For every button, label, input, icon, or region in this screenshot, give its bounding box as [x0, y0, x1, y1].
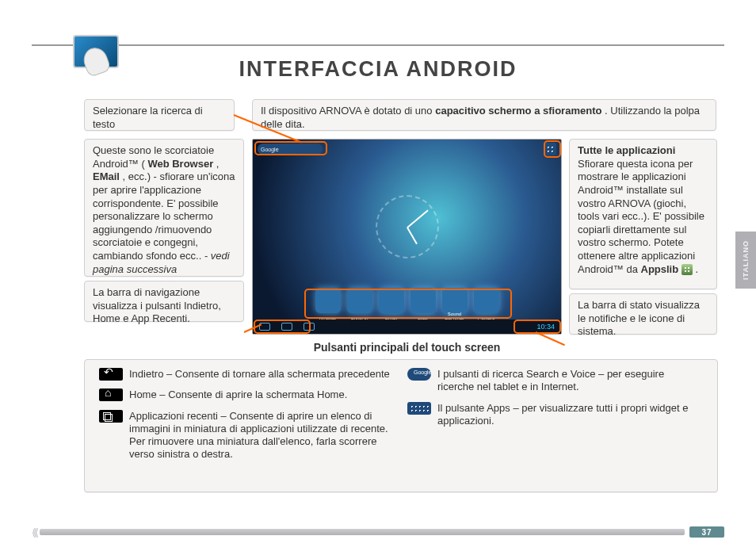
footer-bar: [40, 529, 685, 535]
text: La barra di stato visualizza le notifich…: [578, 299, 700, 337]
highlight-dock: [304, 289, 512, 319]
row-back: Indietro – Consente di tornare alla sche…: [99, 368, 395, 381]
language-tab-label: ITALIANO: [742, 240, 750, 280]
highlight-all-apps: [544, 140, 561, 158]
page-footer: ⟨⟨⟨ 37: [32, 526, 724, 538]
text-bold: capacitivo schermo a sfioramento: [435, 105, 601, 117]
recent-apps-button-icon: [99, 410, 123, 423]
highlight-google: [254, 141, 327, 155]
callout-text: Selezionare la ricerca di testo: [93, 105, 203, 130]
text-bold: EMail: [93, 170, 120, 182]
apps-button-icon: [407, 402, 431, 415]
title: Tutte le applicazioni: [578, 144, 675, 156]
text: Applicazioni recenti – Consente di aprir…: [129, 410, 395, 461]
appslib-icon: [682, 264, 693, 275]
row-recent: Applicazioni recenti – Consente di aprir…: [99, 410, 395, 461]
section-subhead: Pulsanti principali del touch screen: [252, 341, 562, 354]
text: Il dispositivo ARNOVA è dotato di uno: [261, 105, 435, 117]
callout-shortcuts: Queste sono le scorciatoie Android™ ( We…: [84, 139, 244, 277]
text: Sfiorare questa icona per mostrare le ap…: [578, 158, 704, 275]
highlight-nav: [254, 320, 311, 334]
chevron-icon: ⟨⟨⟨: [32, 526, 36, 538]
row-apps: Il pulsante Apps – per visualizzare tutt…: [407, 402, 703, 428]
text: .: [695, 263, 698, 275]
col-right: I pulsanti di ricerca Search e Voice – p…: [401, 365, 709, 487]
page-number: 37: [689, 526, 724, 538]
row-search: I pulsanti di ricerca Search e Voice – p…: [407, 368, 703, 394]
text: Il pulsante Apps – per visualizzare tutt…: [437, 402, 703, 428]
callout-capacitive: Il dispositivo ARNOVA è dotato di uno ca…: [252, 99, 716, 131]
text-bold: Web Browser: [147, 158, 213, 170]
row-home: Home – Consente di aprire la schermata H…: [99, 388, 395, 401]
text: ,: [216, 158, 220, 170]
text: La barra di navigazione visualizza i pul…: [93, 286, 221, 324]
back-button-icon: [99, 368, 123, 381]
col-left: Indietro – Consente di tornare alla sche…: [93, 365, 401, 487]
callout-all-apps: Tutte le applicazioni Sfiorare questa ic…: [569, 139, 717, 289]
google-search-icon: [407, 368, 431, 381]
text-bold: Appslib: [641, 263, 679, 275]
text: Indietro – Consente di tornare alla sche…: [129, 368, 395, 381]
callout-main-buttons: Indietro – Consente di tornare alla sche…: [84, 359, 718, 492]
callout-search-text: Selezionare la ricerca di testo: [84, 99, 235, 131]
home-button-icon: [99, 388, 123, 401]
text: Home – Consente di aprire la schermata H…: [129, 388, 395, 401]
callout-statusbar: La barra di stato visualizza le notifich…: [569, 293, 717, 335]
page-title: INTERFACCIA ANDROID: [0, 57, 756, 82]
clock-widget: [376, 195, 439, 258]
top-divider: [32, 44, 724, 46]
text: I pulsanti di ricerca Search e Voice – p…: [437, 368, 703, 394]
language-tab: ITALIANO: [735, 232, 756, 289]
callout-navbar: La barra di navigazione visualizza i pul…: [84, 281, 244, 322]
text: , ecc.) - sfiorare un'icona per aprire l…: [93, 170, 235, 262]
